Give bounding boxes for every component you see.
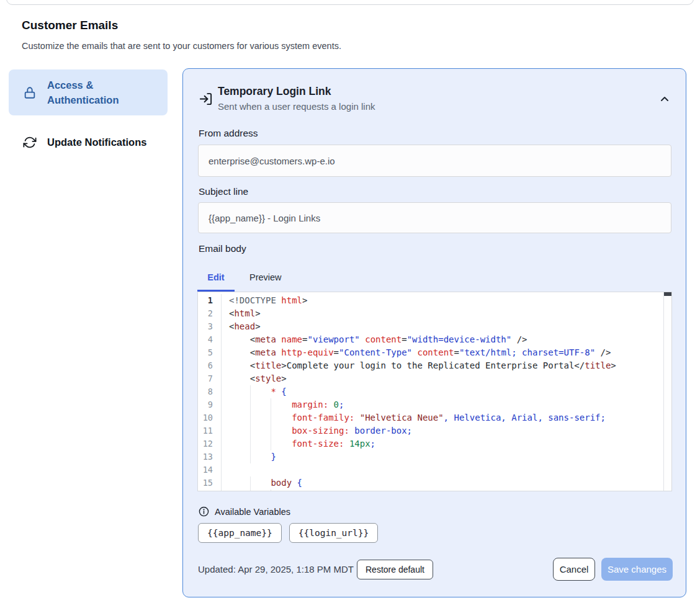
variable-chip[interactable]: {{app_name}}	[198, 523, 282, 543]
cancel-button[interactable]: Cancel	[553, 558, 595, 581]
refresh-icon	[23, 136, 37, 149]
line-number: 15	[198, 476, 222, 490]
code-editor-lines[interactable]: 1<!DOCTYPE html>2<html>3<head>4 <meta na…	[198, 292, 663, 491]
indent-guide	[250, 424, 251, 437]
code-line[interactable]: 10 font-family: "Helvetica Neue", Helvet…	[198, 411, 663, 424]
indent-guide	[271, 437, 271, 450]
code-line[interactable]: 5 <meta http-equiv="Content-Type" conten…	[198, 346, 663, 359]
indent-guide	[271, 490, 271, 491]
indent-guide	[250, 437, 251, 450]
subject-line-label: Subject line	[199, 186, 248, 197]
sidebar-item-update-notifications[interactable]: Update Notifications	[9, 128, 168, 156]
code-text: <!DOCTYPE html>	[222, 294, 663, 307]
variable-chips: {{app_name}}{{login_url}}	[198, 523, 378, 543]
line-number: 3	[198, 320, 222, 333]
indent-guide	[250, 411, 251, 424]
tab-preview[interactable]: Preview	[249, 269, 282, 290]
editor-tabbar: Edit Preview	[197, 269, 282, 290]
code-text: body {	[222, 476, 663, 490]
from-address-label: From address	[199, 128, 258, 139]
code-text: margin: 0;	[222, 398, 663, 411]
code-text	[222, 463, 663, 476]
indent-guide	[271, 424, 271, 437]
code-line[interactable]: 13 }	[198, 450, 663, 463]
line-number: 10	[198, 411, 222, 424]
code-text: <meta name="viewport" content="width=dev…	[222, 333, 663, 346]
code-text: <head>	[222, 320, 663, 333]
lock-icon	[23, 86, 37, 100]
line-number: 7	[198, 372, 222, 385]
line-number: 4	[198, 333, 222, 346]
code-line[interactable]: 2<html>	[198, 307, 663, 320]
code-text: }	[222, 450, 663, 463]
code-line[interactable]: 8 * {	[198, 385, 663, 398]
code-text: box-sizing: border-box;	[222, 424, 663, 437]
restore-default-button[interactable]: Restore default	[357, 560, 433, 579]
line-number: 14	[198, 463, 222, 476]
code-line[interactable]: 12 font-size: 14px;	[198, 437, 663, 450]
from-address-input[interactable]	[198, 145, 671, 177]
line-number: 9	[198, 398, 222, 411]
code-line[interactable]: 11 box-sizing: border-box;	[198, 424, 663, 437]
line-number: 13	[198, 450, 222, 463]
code-line[interactable]: 16 background-color: #f8f8f8;	[198, 490, 663, 491]
code-text: * {	[222, 385, 663, 398]
line-number: 11	[198, 424, 222, 437]
line-number: 16	[198, 490, 222, 491]
section-subtitle: Sent when a user requests a login link	[218, 101, 375, 112]
line-number: 1	[198, 294, 222, 307]
login-icon	[199, 92, 213, 106]
code-text: background-color: #f8f8f8;	[222, 490, 663, 491]
section-title: Temporary Login Link	[218, 85, 331, 98]
available-variables-label: Available Variables	[215, 507, 290, 517]
code-text: font-size: 14px;	[222, 437, 663, 450]
tab-edit[interactable]: Edit	[197, 269, 235, 290]
indent-guide	[271, 411, 271, 424]
editor-scrollbar-thumb[interactable]	[664, 292, 671, 296]
code-line[interactable]: 1<!DOCTYPE html>	[198, 294, 663, 307]
code-text: <meta http-equiv="Content-Type" content=…	[222, 346, 663, 359]
indent-guide	[250, 450, 251, 463]
sidebar-item-label: Access & Authentication	[47, 78, 153, 107]
previous-card-edge	[6, 0, 694, 5]
line-number: 8	[198, 385, 222, 398]
code-line[interactable]: 4 <meta name="viewport" content="width=d…	[198, 333, 663, 346]
sidebar-item-label: Update Notifications	[47, 135, 153, 150]
code-line[interactable]: 6 <title>Complete your login to the Repl…	[198, 359, 663, 372]
line-number: 5	[198, 346, 222, 359]
updated-timestamp: Updated: Apr 29, 2025, 1:18 PM MDT	[198, 564, 354, 574]
code-line[interactable]: 7 <style>	[198, 372, 663, 385]
email-settings-panel: Temporary Login Link Sent when a user re…	[182, 68, 686, 597]
code-text: <style>	[222, 372, 663, 385]
code-line[interactable]: 15 body {	[198, 476, 663, 490]
line-number: 12	[198, 437, 222, 450]
code-text: font-family: "Helvetica Neue", Helvetica…	[222, 411, 663, 424]
indent-guide	[250, 490, 251, 491]
code-line[interactable]: 9 margin: 0;	[198, 398, 663, 411]
code-text: <html>	[222, 307, 663, 320]
email-body-label: Email body	[199, 243, 246, 254]
save-changes-button[interactable]: Save changes	[601, 558, 673, 581]
subject-line-input[interactable]	[198, 202, 671, 233]
info-icon	[199, 506, 209, 517]
indent-guide	[250, 385, 251, 398]
indent-guide	[250, 476, 251, 490]
code-editor[interactable]: 1<!DOCTYPE html>2<html>3<head>4 <meta na…	[197, 292, 672, 491]
variable-chip[interactable]: {{login_url}}	[289, 523, 379, 543]
sidebar-item-access-authentication[interactable]: Access & Authentication	[9, 69, 168, 115]
page-title: Customer Emails	[22, 19, 118, 32]
code-line[interactable]: 3<head>	[198, 320, 663, 333]
editor-scrollbar[interactable]	[663, 292, 671, 491]
code-line[interactable]: 14	[198, 463, 663, 476]
code-text: <title>Complete your login to the Replic…	[222, 359, 663, 372]
line-number: 6	[198, 359, 222, 372]
indent-guide	[271, 398, 271, 411]
line-number: 2	[198, 307, 222, 320]
chevron-up-icon[interactable]	[658, 94, 671, 104]
page-description: Customize the emails that are sent to yo…	[22, 41, 341, 51]
indent-guide	[250, 398, 251, 411]
